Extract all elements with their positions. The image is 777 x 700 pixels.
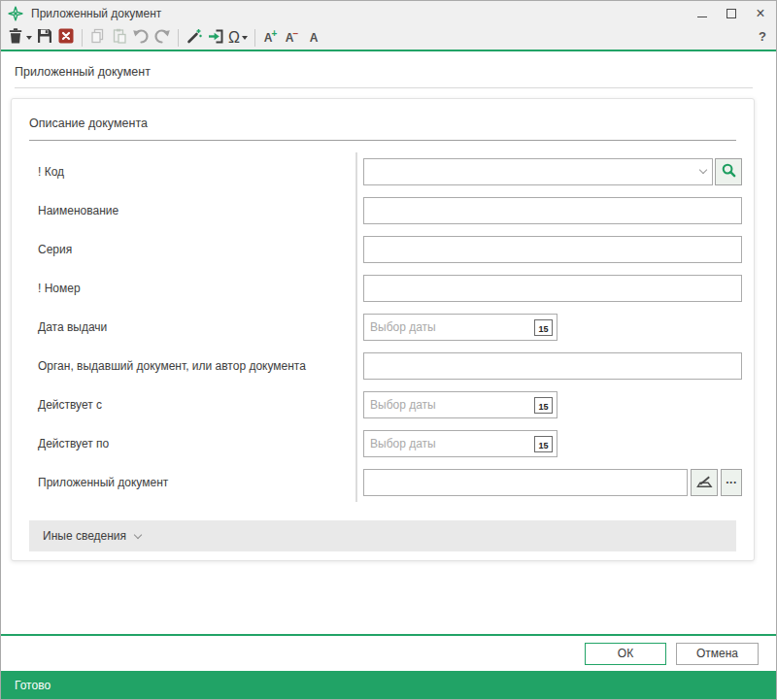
minus-icon: − xyxy=(292,28,298,39)
form-row-naimenovanie: Наименование xyxy=(12,191,754,230)
copy-icon xyxy=(89,27,107,49)
chevron-down-icon xyxy=(26,36,32,40)
expander-label: Иные сведения xyxy=(43,529,126,543)
window-controls: × xyxy=(688,1,775,26)
font-reset-button[interactable]: A xyxy=(303,27,324,49)
paste-icon xyxy=(111,27,128,49)
page-title: Приложенный документ xyxy=(15,65,151,79)
excel-x-icon xyxy=(57,27,75,49)
floppy-icon xyxy=(36,27,53,49)
font-reset-icon: A xyxy=(310,31,319,45)
group-divider xyxy=(29,140,736,141)
status-bar: Готово xyxy=(1,671,776,699)
import-button[interactable] xyxy=(205,27,226,49)
save-button[interactable] xyxy=(34,27,55,49)
font-decrease-button[interactable]: A − xyxy=(282,27,303,49)
deystvuet-s-datepicker[interactable]: 15 xyxy=(363,391,557,418)
calendar-button[interactable]: 15 xyxy=(530,392,557,417)
copy-button xyxy=(87,27,109,49)
dialog-window: Приложенный документ × xyxy=(0,0,777,700)
group-title: Описание документа xyxy=(29,117,754,130)
calendar-button[interactable]: 15 xyxy=(530,315,557,340)
kod-input[interactable] xyxy=(363,158,713,185)
scanner-icon xyxy=(695,473,714,492)
scan-button[interactable] xyxy=(691,469,718,496)
ok-button[interactable]: ОК xyxy=(585,643,666,665)
form-row-nomer: ! Номер xyxy=(12,269,754,308)
magic-wand-icon xyxy=(186,27,203,49)
deystvuet-po-datepicker[interactable]: 15 xyxy=(363,430,557,457)
cancel-button[interactable]: Отмена xyxy=(676,643,759,665)
deystvuet-s-input[interactable] xyxy=(364,392,530,417)
form-row-deystvuet-s: Действует с 15 xyxy=(12,385,754,424)
field-label-prilozhennyy-dokument: Приложенный документ xyxy=(38,476,168,489)
field-label-nomer: ! Номер xyxy=(38,282,81,295)
omega-icon: Ω xyxy=(228,29,240,47)
ellipsis-icon: ... xyxy=(726,476,737,483)
kod-combobox[interactable] xyxy=(363,158,713,185)
field-label-organ: Орган, выдавший документ, или автор доку… xyxy=(38,359,306,373)
document-description-panel: Описание документа ! Код xyxy=(11,98,755,561)
other-info-expander[interactable]: Иные сведения xyxy=(29,520,736,551)
button-bar: ОК Отмена xyxy=(1,636,776,671)
maximize-button[interactable] xyxy=(717,1,746,26)
data-vydachi-datepicker[interactable]: 15 xyxy=(363,314,557,341)
redo-icon xyxy=(153,27,171,49)
chevron-down-icon xyxy=(134,530,142,538)
form-row-prilozhennyy-dokument: Приложенный документ ... xyxy=(12,463,754,502)
toolbar-separator xyxy=(254,29,255,47)
toolbar: Ω A + A − A ? xyxy=(1,26,776,51)
browse-button[interactable]: ... xyxy=(721,469,742,496)
content-area: Приложенный документ Описание документа … xyxy=(1,51,776,634)
calendar-icon: 15 xyxy=(534,397,553,414)
export-excel-button[interactable] xyxy=(55,27,77,49)
window-title: Приложенный документ xyxy=(31,7,161,20)
calendar-button[interactable]: 15 xyxy=(530,431,557,456)
field-label-kod: ! Код xyxy=(38,165,64,179)
plus-icon: + xyxy=(271,28,277,39)
field-label-seriya: Серия xyxy=(38,243,72,256)
field-label-data-vydachi: Дата выдачи xyxy=(38,320,107,334)
title-bar: Приложенный документ × xyxy=(1,1,776,26)
field-label-deystvuet-s: Действует с xyxy=(38,398,102,412)
toolbar-separator xyxy=(178,29,179,47)
maximize-icon xyxy=(726,9,736,18)
delete-button[interactable] xyxy=(5,27,34,49)
search-button[interactable] xyxy=(715,158,742,185)
special-symbols-button[interactable]: Ω xyxy=(226,27,250,49)
seriya-input[interactable] xyxy=(363,236,742,263)
calendar-icon: 15 xyxy=(534,319,553,336)
data-vydachi-input[interactable] xyxy=(364,315,530,340)
naimenovanie-input[interactable] xyxy=(363,197,742,224)
close-icon: × xyxy=(756,6,764,21)
paste-button xyxy=(109,27,130,49)
header-divider xyxy=(15,87,753,88)
magic-wand-button[interactable] xyxy=(184,27,205,49)
field-label-deystvuet-po: Действует по xyxy=(38,437,109,450)
close-button[interactable]: × xyxy=(746,1,775,26)
search-icon xyxy=(721,162,737,182)
font-increase-button[interactable]: A + xyxy=(260,27,282,49)
organ-input[interactable] xyxy=(363,352,742,380)
minimize-button[interactable] xyxy=(688,1,717,26)
help-button[interactable]: ? xyxy=(759,29,766,44)
nomer-input[interactable] xyxy=(363,275,742,302)
import-arrow-icon xyxy=(207,27,224,49)
chevron-down-icon xyxy=(242,36,248,40)
attached-file-input[interactable] xyxy=(363,469,688,496)
toolbar-separator xyxy=(82,29,83,47)
form-row-data-vydachi: Дата выдачи 15 xyxy=(12,308,754,347)
field-label-naimenovanie: Наименование xyxy=(38,204,118,217)
undo-icon xyxy=(132,27,150,49)
form: ! Код xyxy=(12,152,754,502)
minimize-icon xyxy=(697,17,707,17)
app-compass-icon xyxy=(8,6,23,21)
form-row-seriya: Серия xyxy=(12,230,754,269)
calendar-icon: 15 xyxy=(534,436,553,452)
undo-button xyxy=(130,27,152,49)
deystvuet-po-input[interactable] xyxy=(364,431,530,456)
redo-button xyxy=(152,27,173,49)
trash-icon xyxy=(7,27,24,49)
form-row-organ: Орган, выдавший документ, или автор доку… xyxy=(12,347,754,385)
status-text: Готово xyxy=(15,679,51,692)
